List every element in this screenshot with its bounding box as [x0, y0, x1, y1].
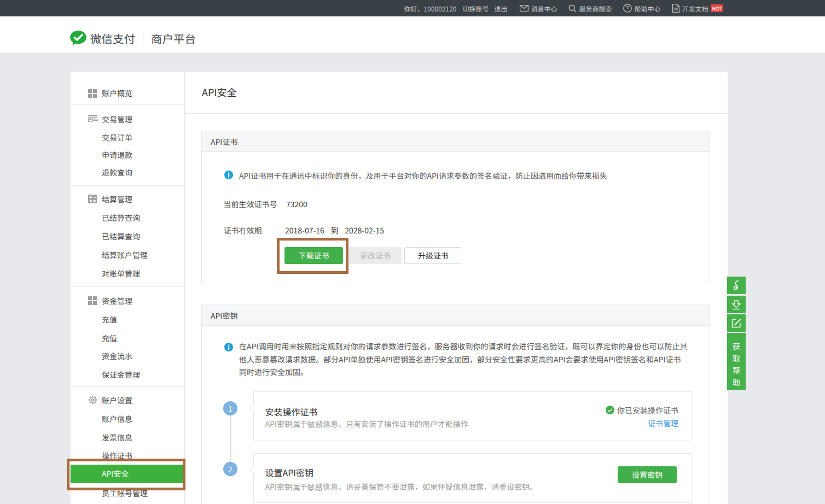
svg-text:?: ? — [626, 5, 629, 11]
